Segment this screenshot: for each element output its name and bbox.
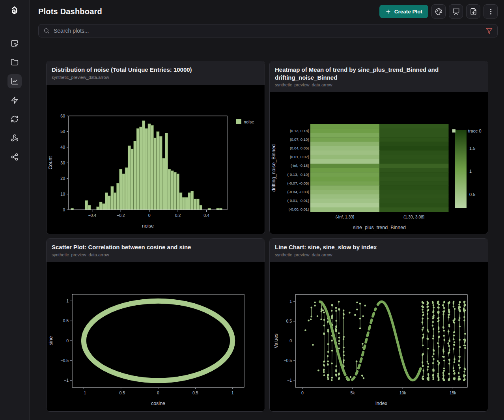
x-tick-label: 0.5 (192, 390, 198, 395)
series-sine (304, 301, 466, 381)
y-tick-label: 50 (60, 129, 65, 134)
filter-button[interactable] (486, 28, 493, 34)
colorbar (455, 130, 467, 208)
colorbar-tick-label: 1.5 (469, 146, 475, 151)
y-tick-label: 30 (60, 160, 65, 165)
more-options-button[interactable] (483, 4, 498, 19)
y-axis-title: sine (48, 336, 54, 345)
main-content: Plots Dashboard Create Plot (30, 0, 504, 420)
sidebar-item-files[interactable] (7, 55, 22, 69)
search-input[interactable] (54, 28, 486, 34)
refresh-icon (11, 115, 19, 123)
line-plot-canvas[interactable]: 05k10k15k10.50−0.5−1indexValues (270, 262, 488, 412)
heatmap-row-label: (0.13, 0.18] (290, 129, 309, 133)
plots-grid: Distribution of noise (Total Unique Entr… (46, 61, 488, 412)
presentation-icon (452, 8, 460, 15)
card-title: Line Chart: sine, sine_slow by index (275, 243, 483, 251)
legend-label: trace 0 (468, 129, 482, 133)
heatmap-row-label: (-0.13, -0.10] (287, 172, 309, 177)
sidebar-item-sync[interactable] (7, 112, 22, 126)
card-header: Scatter Plot: Correlation between cosine… (47, 239, 265, 262)
card-header: Line Chart: sine, sine_slow by index syn… (270, 239, 488, 262)
line-chart-svg: 05k10k15k10.50−0.5−1indexValues (270, 262, 488, 412)
sidebar-item-select-area[interactable] (7, 36, 22, 50)
create-plot-button[interactable]: Create Plot (379, 5, 428, 18)
sidebar-item-plots[interactable] (7, 74, 22, 88)
x-axis-title: index (375, 401, 388, 406)
plus-icon (385, 9, 391, 15)
y-axis-title: Count (48, 156, 53, 169)
histogram-plot-canvas[interactable]: −0.4−0.200.20.40102030405060noiseCountno… (47, 85, 265, 234)
x-tick-label: −0.5 (117, 390, 125, 395)
presentation-mode-button[interactable] (449, 4, 463, 19)
webhook-icon (11, 134, 19, 142)
plot-card-heatmap: Heatmap of Mean of trend by sine_plus_tr… (269, 61, 488, 234)
theme-palette-button[interactable] (431, 4, 446, 19)
card-subtitle: synthetic_preview_data.arrow (52, 252, 259, 257)
x-tick-label: 0.4 (203, 213, 209, 218)
filter-funnel-icon (486, 28, 493, 34)
x-tick-label: −0.2 (117, 213, 125, 218)
colorbar-tick-label: 0.5 (469, 192, 475, 197)
heatmap-svg: (0.13, 0.18](0.07, 0.10](0.04, 0.05](0.0… (270, 92, 488, 234)
export-file-button[interactable] (466, 4, 480, 19)
sidebar-item-share[interactable] (7, 150, 22, 164)
heatmap-row-label: (-0.01, -0.01] (287, 198, 309, 203)
sidebar-item-activity[interactable] (7, 93, 22, 107)
select-area-icon (11, 39, 19, 47)
y-tick-label: 0.5 (63, 318, 69, 323)
line-chart-icon (11, 77, 19, 85)
heatmap-col-label: (1.39, 3.08] (403, 215, 424, 219)
unit-circle-ring (84, 301, 232, 381)
plot-card-line-chart: Line Chart: sine, sine_slow by index syn… (269, 238, 488, 412)
x-axis-title: sine_plus_trend_Binned (353, 225, 406, 230)
zap-icon (11, 96, 19, 104)
y-tick-label: 0 (63, 207, 65, 212)
y-tick-label: 60 (60, 113, 65, 118)
colorbar-tick-label: 1 (469, 169, 472, 174)
card-header: Distribution of noise (Total Unique Entr… (47, 61, 265, 85)
heatmap-plot-canvas[interactable]: (0.13, 0.18](0.07, 0.10](0.04, 0.05](0.0… (270, 92, 488, 234)
y-tick-label: 0 (66, 338, 69, 343)
topbar: Plots Dashboard Create Plot (38, 0, 498, 21)
kebab-menu-icon (487, 8, 495, 15)
histogram-bars (71, 120, 222, 209)
heatmap-col-label: (-inf, 1.39] (336, 215, 354, 219)
x-tick-label: −1 (81, 390, 86, 395)
topbar-actions: Create Plot (379, 4, 498, 19)
app-logo-icon (8, 5, 21, 17)
y-tick-label: −0.5 (60, 358, 69, 362)
plot-card-scatter: Scatter Plot: Correlation between cosine… (46, 238, 265, 412)
x-tick-label: 15k (450, 390, 457, 395)
y-tick-label: 20 (60, 176, 65, 181)
y-axis-title: Values (273, 333, 279, 348)
y-tick-label: −1 (287, 377, 292, 382)
card-subtitle: synthetic_preview_data.arrow (52, 75, 259, 80)
x-tick-label: 10k (399, 390, 407, 395)
card-subtitle: synthetic_preview_data.arrow (275, 252, 483, 257)
app-logo[interactable] (7, 3, 22, 19)
heatmap-row-label: (-0.00, 0.01] (289, 207, 309, 211)
x-tick-label: 5k (350, 390, 355, 395)
y-tick-label: 1 (289, 299, 292, 304)
scatter-svg: −1−0.500.5110.50−0.5−1cosinesine (47, 262, 265, 412)
y-tick-label: −0.5 (284, 358, 292, 362)
heatmap-row-label: (0.07, 0.10] (290, 137, 309, 142)
share-icon (11, 153, 19, 161)
card-subtitle: synthetic_preview_data.arrow (275, 82, 483, 87)
heatmap-row-label: (0.04, 0.05] (290, 146, 309, 150)
sidebar (0, 0, 30, 420)
heatmap-row-label: (-0.04, -0.03] (287, 190, 309, 194)
sidebar-item-webhook[interactable] (7, 131, 22, 145)
y-tick-label: 0 (289, 338, 292, 343)
heatmap-cells (310, 124, 449, 212)
card-title: Heatmap of Mean of trend by sine_plus_tr… (275, 66, 483, 81)
x-tick-label: 0.2 (175, 213, 181, 218)
heatmap-row-label: (-inf, -0.18] (291, 163, 309, 168)
y-tick-label: 10 (60, 191, 65, 196)
x-tick-label: 1 (231, 390, 234, 395)
scatter-plot-canvas[interactable]: −1−0.500.5110.50−0.5−1cosinesine (47, 262, 265, 412)
x-axis-title: noise (142, 223, 154, 229)
legend-label: noise (244, 119, 254, 124)
plot-frame (72, 294, 244, 387)
